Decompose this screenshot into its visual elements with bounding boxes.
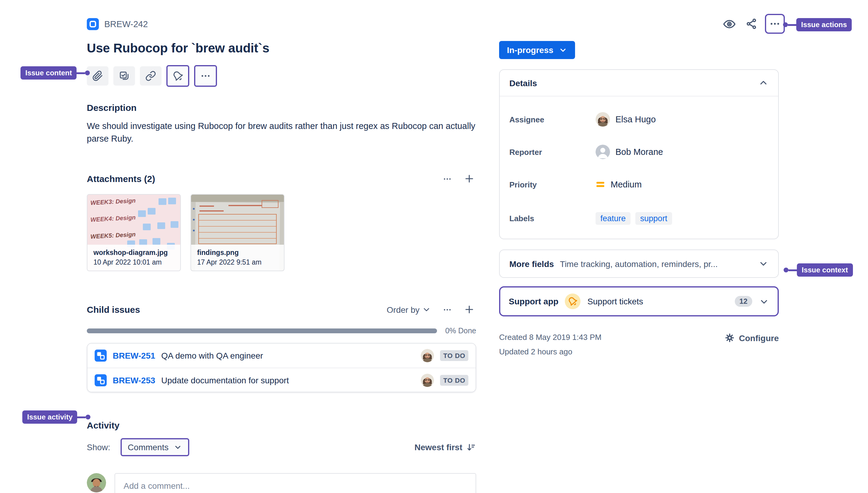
more-fields-title: More fields bbox=[509, 259, 554, 269]
annotation-issue-content: Issue content bbox=[21, 66, 90, 80]
issue-quick-add-toolbar bbox=[87, 65, 476, 87]
plus-icon bbox=[463, 173, 475, 185]
child-issue-key-link[interactable]: BREW-253 bbox=[113, 375, 155, 385]
attachments-heading: Attachments (2) bbox=[87, 174, 155, 184]
watch-button[interactable] bbox=[721, 15, 738, 32]
child-issues-more-button[interactable] bbox=[441, 303, 454, 316]
activity-filter-row: Show: Comments Newest first bbox=[87, 438, 476, 456]
issue-title[interactable]: Use Rubocop for `brew audit`s bbox=[87, 40, 476, 56]
ellipsis-icon bbox=[442, 304, 453, 315]
add-child-issue-button[interactable] bbox=[113, 66, 135, 86]
child-issue-summary[interactable]: Update documentation for support bbox=[161, 375, 415, 385]
activity-filter-dropdown[interactable]: Comments bbox=[121, 438, 189, 456]
chevron-up-icon[interactable] bbox=[758, 78, 768, 88]
attachments-list: WEEK3: Design WEEK4: Design WEEK5: Desig… bbox=[87, 194, 476, 271]
child-issue-summary[interactable]: QA demo with QA engineer bbox=[161, 351, 415, 360]
assignee-avatar bbox=[595, 112, 610, 127]
attach-button[interactable] bbox=[87, 66, 108, 86]
chevron-down-icon bbox=[559, 46, 567, 54]
plus-icon bbox=[463, 304, 475, 315]
field-label: Assignee bbox=[509, 115, 595, 124]
attachment-date: 10 Apr 2022 10:01 am bbox=[93, 259, 174, 266]
sort-descending-icon bbox=[466, 442, 476, 452]
app-action-button[interactable] bbox=[166, 65, 189, 87]
link-icon bbox=[145, 70, 156, 81]
support-app-value: Support tickets bbox=[587, 297, 728, 306]
attachment-card-workshop-diagram[interactable]: WEEK3: Design WEEK4: Design WEEK5: Desig… bbox=[87, 194, 181, 271]
annotation-issue-context: Issue context bbox=[784, 263, 853, 277]
issue-context-column: In-progress Details Assignee Elsa Hugo bbox=[499, 0, 779, 356]
status-badge[interactable]: TO DO bbox=[440, 374, 468, 385]
quick-add-more-button[interactable] bbox=[194, 65, 217, 87]
support-tickets-count-badge: 12 bbox=[735, 296, 752, 307]
priority-value[interactable]: Medium bbox=[595, 179, 642, 189]
attachments-add-button[interactable] bbox=[462, 172, 476, 186]
issue-meta: Created 8 May 2019 1:43 PM Updated 2 hou… bbox=[499, 333, 779, 356]
show-label: Show: bbox=[87, 442, 110, 452]
status-dropdown-button[interactable]: In-progress bbox=[499, 41, 575, 59]
activity-heading: Activity bbox=[87, 420, 476, 430]
updated-timestamp: Updated 2 hours ago bbox=[499, 347, 602, 356]
order-by-dropdown[interactable]: Order by bbox=[387, 305, 431, 314]
issue-type-icon bbox=[87, 18, 99, 30]
child-issues-list: BREW-251 QA demo with QA engineer TO DO … bbox=[87, 343, 476, 392]
attachment-filename[interactable]: findings.png bbox=[197, 249, 278, 256]
attachment-caption: workshop-diagram.jpg 10 Apr 2022 10:01 a… bbox=[87, 245, 180, 271]
details-heading: Details bbox=[509, 78, 537, 88]
support-app-title: Support app bbox=[509, 297, 559, 306]
label-chip[interactable]: support bbox=[635, 212, 672, 224]
field-label: Reporter bbox=[509, 147, 595, 156]
attachments-more-button[interactable] bbox=[441, 172, 454, 185]
configure-button[interactable]: Configure bbox=[724, 333, 779, 343]
more-fields-summary: Time tracking, automation, reminders, pr… bbox=[560, 259, 752, 269]
details-panel-header[interactable]: Details bbox=[500, 70, 778, 96]
support-app-panel[interactable]: Support app Support tickets 12 bbox=[499, 286, 779, 316]
add-comment-input[interactable] bbox=[114, 473, 476, 493]
chevron-down-icon[interactable] bbox=[758, 259, 768, 269]
attachment-filename[interactable]: workshop-diagram.jpg bbox=[93, 249, 174, 256]
link-issue-button[interactable] bbox=[140, 66, 161, 86]
ellipsis-icon bbox=[442, 173, 453, 184]
ellipsis-icon bbox=[769, 18, 781, 29]
details-panel: Details Assignee Elsa Hugo Reporter bbox=[499, 69, 779, 239]
assignee-avatar bbox=[421, 349, 434, 362]
child-issue-row[interactable]: BREW-251 QA demo with QA engineer TO DO bbox=[87, 344, 476, 368]
field-priority: Priority Medium bbox=[509, 175, 768, 194]
label-chip[interactable]: feature bbox=[595, 212, 630, 224]
more-fields-panel[interactable]: More fields Time tracking, automation, r… bbox=[499, 250, 779, 278]
chevron-down-icon bbox=[173, 443, 182, 451]
field-label: Labels bbox=[509, 214, 595, 223]
child-issues-header: Child issues Order by bbox=[87, 303, 476, 316]
issue-key-link[interactable]: BREW-242 bbox=[104, 19, 148, 29]
chevron-down-icon[interactable] bbox=[759, 296, 769, 306]
description-heading: Description bbox=[87, 103, 476, 113]
share-button[interactable] bbox=[743, 16, 760, 32]
child-issues-heading: Child issues bbox=[87, 304, 140, 315]
child-issue-row[interactable]: BREW-253 Update documentation for suppor… bbox=[87, 368, 476, 392]
assignee-value[interactable]: Elsa Hugo bbox=[595, 112, 656, 127]
priority-medium-icon bbox=[595, 179, 605, 189]
created-timestamp: Created 8 May 2019 1:43 PM bbox=[499, 333, 602, 342]
add-comment-row bbox=[87, 473, 476, 493]
jira-issue-view: BREW-242 Use Rubocop for `brew audit`s D… bbox=[0, 0, 868, 493]
subtask-icon bbox=[95, 349, 107, 362]
reporter-value[interactable]: Bob Morane bbox=[595, 145, 663, 159]
status-badge[interactable]: TO DO bbox=[440, 350, 468, 361]
sort-order-button[interactable]: Newest first bbox=[414, 442, 476, 452]
issue-actions-more-button[interactable] bbox=[765, 14, 785, 34]
support-app-bell-icon bbox=[565, 294, 581, 309]
field-assignee: Assignee Elsa Hugo bbox=[509, 110, 768, 129]
child-issues-add-button[interactable] bbox=[462, 303, 476, 316]
details-panel-body: Assignee Elsa Hugo Reporter Bob M bbox=[500, 96, 778, 239]
attachment-card-findings[interactable]: findings.png 17 Apr 2022 9:51 am bbox=[191, 194, 284, 271]
child-issue-key-link[interactable]: BREW-251 bbox=[113, 351, 155, 360]
progress-label: 0% Done bbox=[445, 327, 476, 335]
annotation-issue-actions: Issue actions bbox=[783, 18, 852, 31]
bell-icon bbox=[172, 70, 183, 81]
ellipsis-icon bbox=[200, 70, 211, 81]
attachment-date: 17 Apr 2022 9:51 am bbox=[197, 259, 278, 266]
attachments-header: Attachments (2) bbox=[87, 172, 476, 186]
description-body[interactable]: We should investigate using Rubocop for … bbox=[87, 120, 476, 145]
field-label: Priority bbox=[509, 180, 595, 189]
issue-header-actions bbox=[721, 14, 785, 34]
